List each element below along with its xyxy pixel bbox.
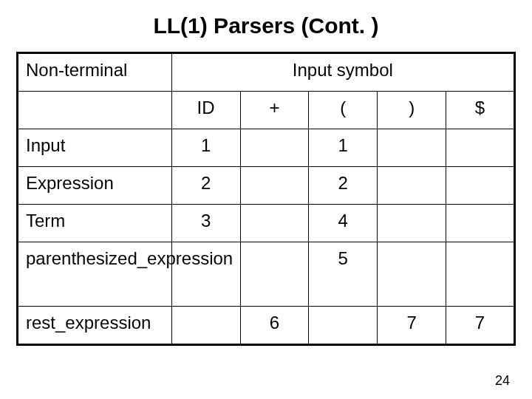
cell: 1 bbox=[309, 129, 378, 167]
row-label: Input bbox=[18, 129, 172, 167]
page-title: LL(1) Parsers (Cont. ) bbox=[16, 13, 516, 38]
cell bbox=[446, 167, 515, 205]
table-row: Term 3 4 bbox=[18, 205, 515, 242]
page-number: 24 bbox=[495, 373, 510, 389]
cell: 4 bbox=[309, 205, 378, 242]
cell bbox=[378, 167, 446, 205]
row-label: Expression bbox=[18, 167, 172, 205]
cell: 7 bbox=[378, 307, 446, 345]
cell: 6 bbox=[240, 307, 309, 345]
parsing-table: Non-terminal Input symbol ID + ( ) $ Inp… bbox=[16, 52, 516, 346]
cell bbox=[240, 129, 309, 167]
cell bbox=[309, 307, 378, 345]
col-dollar: $ bbox=[446, 92, 515, 129]
cell: 2 bbox=[171, 167, 240, 205]
row-label: Term bbox=[18, 205, 172, 242]
cell bbox=[378, 205, 446, 242]
cell bbox=[446, 242, 515, 307]
cell bbox=[378, 242, 446, 307]
table-columns-row: ID + ( ) $ bbox=[18, 92, 515, 129]
cell bbox=[240, 167, 309, 205]
cell bbox=[240, 242, 309, 307]
cell bbox=[240, 205, 309, 242]
cell bbox=[378, 129, 446, 167]
table-row: Expression 2 2 bbox=[18, 167, 515, 205]
header-nonterminal: Non-terminal bbox=[18, 53, 172, 92]
col-id: ID bbox=[171, 92, 240, 129]
header-input-symbol: Input symbol bbox=[171, 53, 514, 92]
cell: 3 bbox=[171, 205, 240, 242]
table-row: parenthesized_expression 5 bbox=[18, 242, 515, 307]
row-label: parenthesized_expression bbox=[18, 242, 172, 307]
row-label: rest_expression bbox=[18, 307, 172, 345]
cell: 7 bbox=[446, 307, 515, 345]
table-row: Input 1 1 bbox=[18, 129, 515, 167]
cell: 5 bbox=[309, 242, 378, 307]
cell bbox=[446, 205, 515, 242]
cell bbox=[171, 307, 240, 345]
cell: 2 bbox=[309, 167, 378, 205]
header-empty bbox=[18, 92, 172, 129]
cell bbox=[446, 129, 515, 167]
table-row: rest_expression 6 7 7 bbox=[18, 307, 515, 345]
col-rparen: ) bbox=[378, 92, 446, 129]
col-plus: + bbox=[240, 92, 309, 129]
slide-page: LL(1) Parsers (Cont. ) Non-terminal Inpu… bbox=[0, 0, 532, 399]
col-lparen: ( bbox=[309, 92, 378, 129]
cell: 1 bbox=[171, 129, 240, 167]
table-header-row: Non-terminal Input symbol bbox=[18, 53, 515, 92]
